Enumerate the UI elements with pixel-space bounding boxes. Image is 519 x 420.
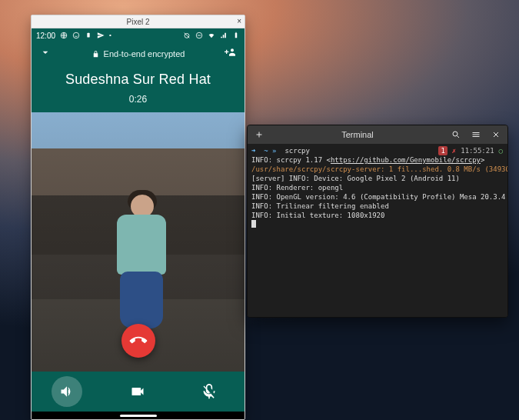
alarm-off-icon — [183, 32, 191, 39]
terminal-output-line: INFO: Renderer: opengl — [251, 183, 504, 192]
terminal-output-line: INFO: Trilinear filtering enabled — [251, 202, 504, 211]
close-icon[interactable]: × — [237, 17, 241, 25]
android-gesture-bar[interactable] — [32, 412, 245, 419]
scrcpy-title: Pixel 2 — [126, 18, 149, 26]
desktop-wallpaper: Pixel 2 × 12:00 — [0, 0, 519, 420]
phone-screen: 12:00 • — [32, 28, 245, 419]
prompt-clock: 11:55:21 — [461, 146, 494, 155]
svg-point-1 — [73, 32, 79, 38]
svg-rect-2 — [87, 33, 89, 38]
menu-button[interactable] — [469, 128, 483, 141]
terminal-window[interactable]: Terminal 1 ✗ 11:55:21 ○ ➜ ~ » scrcpy INF… — [247, 125, 508, 318]
new-tab-button[interactable] — [252, 128, 266, 141]
mic-off-icon — [201, 384, 217, 399]
notification-icon — [85, 32, 92, 39]
dnd-icon — [195, 32, 203, 39]
call-controls — [32, 372, 245, 412]
encryption-label: End-to-end encrypted — [104, 49, 185, 58]
close-button[interactable] — [489, 128, 503, 141]
sync-indicator: ○ — [499, 146, 503, 155]
wifi-icon — [208, 32, 215, 39]
terminal-cursor-line — [251, 220, 504, 229]
encryption-indicator: End-to-end encrypted — [91, 49, 185, 58]
call-toolbar: End-to-end encrypted — [32, 42, 245, 65]
terminal-output-line: [server] INFO: Device: Google Pixel 2 (A… — [251, 174, 504, 183]
terminal-output-line: /usr/share/scrcpy/scrcpy-server: 1 fil..… — [251, 165, 504, 174]
lock-icon — [91, 50, 100, 58]
caller-name: Sudeshna Sur Red Hat — [36, 72, 240, 88]
terminal-output-line: INFO: scrcpy 1.17 <https://github.com/Ge… — [251, 155, 504, 165]
svg-rect-5 — [235, 33, 238, 38]
phone-icon — [126, 328, 150, 352]
scrcpy-window[interactable]: Pixel 2 × 12:00 — [31, 15, 245, 420]
mute-button[interactable] — [194, 376, 225, 407]
end-call-button[interactable] — [121, 324, 155, 358]
search-button[interactable] — [449, 128, 463, 141]
terminal-cursor — [251, 220, 256, 228]
scrcpy-url: https://github.com/Genymobile/scrcpy — [331, 156, 481, 164]
terminal-body[interactable]: 1 ✗ 11:55:21 ○ ➜ ~ » scrcpy INFO: scrcpy… — [248, 144, 507, 317]
video-button[interactable] — [122, 376, 153, 407]
svg-rect-6 — [235, 32, 236, 33]
dot-icon: • — [109, 32, 117, 39]
battery-icon — [232, 32, 240, 39]
call-video-area — [32, 112, 245, 372]
terminal-titlebar[interactable]: Terminal — [248, 125, 507, 144]
send-icon — [97, 32, 105, 39]
scrcpy-titlebar[interactable]: Pixel 2 × — [32, 15, 245, 28]
exit-code: 1 — [438, 146, 447, 155]
minimize-call-button[interactable] — [39, 46, 52, 62]
status-clock: 12:00 — [36, 32, 55, 40]
add-participant-button[interactable] — [225, 46, 237, 62]
globe-icon — [60, 32, 68, 39]
speaker-button[interactable] — [52, 376, 82, 407]
camera-icon — [130, 384, 145, 399]
speaker-icon — [59, 384, 75, 399]
terminal-title: Terminal — [272, 130, 443, 139]
android-statusbar: 12:00 • — [32, 28, 245, 42]
prompt-right-status: 1 ✗ 11:55:21 ○ — [438, 146, 503, 155]
svg-point-7 — [231, 48, 234, 52]
remote-video-placeholder — [112, 190, 171, 328]
signal-icon — [220, 32, 228, 39]
caller-info: Sudeshna Sur Red Hat 0:26 — [32, 65, 245, 112]
call-duration: 0:26 — [36, 94, 240, 105]
terminal-output-line: INFO: Initial texture: 1080x1920 — [251, 211, 504, 220]
git-status: ✗ — [452, 146, 456, 155]
whatsapp-icon — [72, 32, 80, 39]
terminal-output-line: INFO: OpenGL version: 4.6 (Compatibility… — [251, 192, 504, 202]
gesture-pill[interactable] — [120, 415, 157, 417]
svg-point-8 — [453, 132, 457, 136]
